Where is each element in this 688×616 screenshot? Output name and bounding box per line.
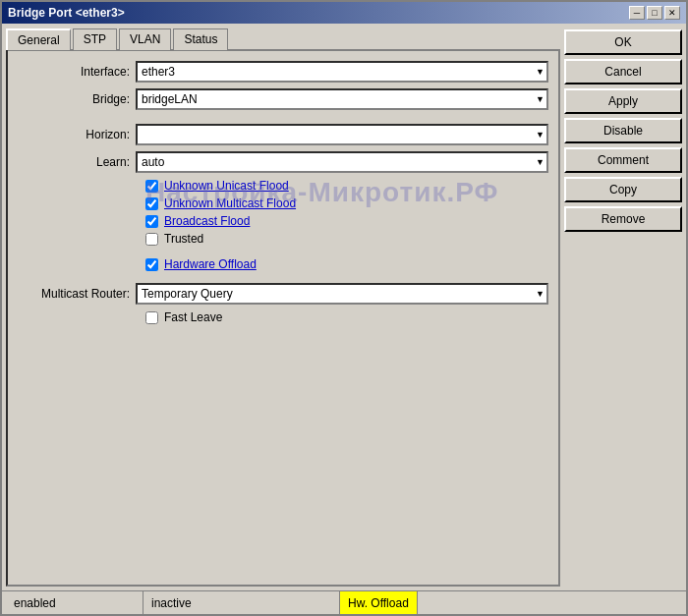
horizon-label: Horizon: (18, 128, 136, 141)
fast-leave-checkbox[interactable] (145, 311, 158, 324)
interface-row: Interface: ether3 (18, 61, 548, 83)
disable-button[interactable]: Disable (564, 118, 682, 143)
main-panel: General STP VLAN Status Настройка-Микрот… (6, 28, 560, 587)
bridge-select[interactable]: bridgeLAN (136, 88, 548, 110)
fast-leave-row: Fast Leave (18, 310, 548, 324)
status-segment-3: Hw. Offload (340, 591, 418, 614)
right-panel: OK Cancel Apply Disable Comment Copy Rem… (564, 28, 682, 587)
hardware-offload-checkbox[interactable] (145, 258, 158, 271)
tab-general[interactable]: General (6, 28, 71, 50)
tab-vlan[interactable]: VLAN (119, 28, 171, 50)
fast-leave-label[interactable]: Fast Leave (164, 310, 222, 324)
horizon-row: Horizon: (18, 124, 548, 145)
horizon-dropdown-wrap (136, 124, 548, 145)
cancel-button[interactable]: Cancel (564, 59, 682, 84)
broadcast-flood-row: Broadcast Flood (18, 214, 548, 228)
apply-button[interactable]: Apply (564, 88, 682, 114)
interface-label: Interface: (18, 65, 136, 79)
unknown-unicast-flood-label[interactable]: Unknown Unicast Flood (164, 179, 289, 193)
learn-dropdown-wrap: auto (136, 151, 548, 173)
hardware-offload-label[interactable]: Hardware Offload (164, 257, 257, 271)
comment-button[interactable]: Comment (564, 147, 682, 173)
unknown-unicast-flood-checkbox[interactable] (145, 180, 158, 193)
content-area: General STP VLAN Status Настройка-Микрот… (2, 24, 686, 590)
remove-button[interactable]: Remove (564, 206, 682, 232)
ok-button[interactable]: OK (564, 29, 682, 55)
tab-status[interactable]: Status (173, 28, 228, 50)
broadcast-flood-checkbox[interactable] (145, 215, 158, 228)
broadcast-flood-label[interactable]: Broadcast Flood (164, 214, 250, 228)
unknown-multicast-flood-label[interactable]: Unknown Multicast Flood (164, 196, 296, 210)
status-segment-1: enabled (6, 591, 143, 614)
status-segment-2: inactive (143, 591, 340, 614)
status-bar: enabled inactive Hw. Offload (2, 590, 686, 614)
close-button[interactable]: ✕ (664, 6, 680, 20)
minimize-button[interactable]: ─ (629, 6, 645, 20)
multicast-router-label: Multicast Router: (18, 287, 136, 301)
unknown-multicast-flood-row: Unknown Multicast Flood (18, 196, 548, 210)
learn-row: Learn: auto (18, 151, 548, 173)
learn-label: Learn: (18, 155, 136, 169)
horizon-select[interactable] (136, 124, 548, 145)
unknown-multicast-flood-checkbox[interactable] (145, 197, 158, 210)
trusted-checkbox[interactable] (145, 233, 158, 246)
title-bar-buttons: ─ □ ✕ (629, 6, 680, 20)
learn-select[interactable]: auto (136, 151, 548, 173)
form-panel: Настройка-Микротик.РФ Interface: ether3 … (6, 49, 560, 587)
tab-stp[interactable]: STP (73, 28, 117, 50)
tabs: General STP VLAN Status (6, 28, 560, 49)
interface-dropdown-wrap: ether3 (136, 61, 548, 83)
bridge-label: Bridge: (18, 92, 136, 106)
hardware-offload-row: Hardware Offload (18, 257, 548, 271)
multicast-router-dropdown-wrap: Temporary Query (136, 283, 548, 305)
multicast-router-select[interactable]: Temporary Query (136, 283, 548, 305)
main-window: Bridge Port <ether3> ─ □ ✕ General STP V… (0, 0, 688, 616)
copy-button[interactable]: Copy (564, 177, 682, 202)
restore-button[interactable]: □ (647, 6, 662, 20)
bridge-row: Bridge: bridgeLAN (18, 88, 548, 110)
bridge-dropdown-wrap: bridgeLAN (136, 88, 548, 110)
window-title: Bridge Port <ether3> (8, 6, 125, 20)
trusted-row: Trusted (18, 232, 548, 246)
multicast-router-row: Multicast Router: Temporary Query (18, 283, 548, 305)
title-bar: Bridge Port <ether3> ─ □ ✕ (2, 2, 686, 24)
form-body: Настройка-Микротик.РФ Interface: ether3 … (18, 61, 548, 324)
trusted-label[interactable]: Trusted (164, 232, 203, 246)
unknown-unicast-flood-row: Unknown Unicast Flood (18, 179, 548, 193)
interface-select[interactable]: ether3 (136, 61, 548, 83)
